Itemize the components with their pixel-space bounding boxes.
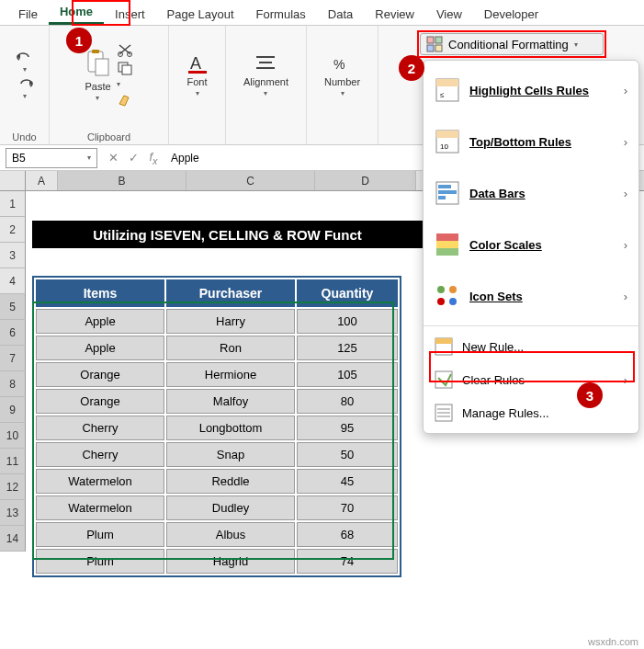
- cell[interactable]: 100: [297, 309, 398, 334]
- tab-page-layout[interactable]: Page Layout: [156, 4, 245, 25]
- col-header-a[interactable]: A: [26, 171, 58, 190]
- data-table: Items Purchaser Quantity AppleHarry100 A…: [32, 276, 401, 577]
- header-items[interactable]: Items: [36, 279, 164, 307]
- tab-home[interactable]: Home: [49, 1, 104, 25]
- row-header[interactable]: 10: [0, 423, 26, 449]
- cell[interactable]: Dudley: [166, 495, 295, 520]
- cell[interactable]: 68: [297, 522, 398, 547]
- font-group-button[interactable]: A Font▾: [186, 52, 209, 97]
- tab-formulas[interactable]: Formulas: [245, 4, 317, 25]
- header-purchaser[interactable]: Purchaser: [166, 279, 295, 307]
- cancel-formula-button[interactable]: ✕: [103, 151, 123, 165]
- col-header-c[interactable]: C: [186, 171, 315, 190]
- row-header[interactable]: 11: [0, 449, 26, 474]
- conditional-formatting-icon: [426, 36, 443, 52]
- menu-label: Top/Bottom Rules: [469, 135, 571, 149]
- menu-manage-rules[interactable]: Manage Rules...: [424, 396, 638, 429]
- select-all-corner[interactable]: [0, 171, 26, 190]
- row-header[interactable]: 12: [0, 474, 26, 500]
- menu-label: Highlight Cells Rules: [469, 84, 589, 97]
- cell[interactable]: Apple: [36, 309, 164, 334]
- tab-insert[interactable]: Insert: [104, 4, 156, 25]
- row-header[interactable]: 5: [0, 294, 26, 320]
- cell[interactable]: Snap: [166, 442, 295, 467]
- cell[interactable]: Malfoy: [166, 389, 295, 414]
- tab-data[interactable]: Data: [317, 4, 364, 25]
- number-group-button[interactable]: % Number▾: [324, 52, 360, 97]
- cell[interactable]: Ron: [166, 336, 295, 360]
- cell[interactable]: 45: [297, 469, 398, 494]
- svg-rect-36: [435, 371, 452, 388]
- fx-button[interactable]: fx: [143, 150, 164, 166]
- tab-review[interactable]: Review: [364, 4, 425, 25]
- row-header[interactable]: 13: [0, 500, 26, 526]
- cell[interactable]: 74: [297, 549, 398, 574]
- menu-data-bars[interactable]: Data Bars ›: [424, 167, 638, 219]
- cell[interactable]: Harry: [166, 309, 295, 334]
- menu-top-bottom[interactable]: 10 Top/Bottom Rules ›: [424, 116, 638, 167]
- cell[interactable]: Watermelon: [36, 469, 164, 494]
- top-bottom-icon: 10: [435, 129, 460, 154]
- cell[interactable]: 50: [297, 442, 398, 467]
- redo-button[interactable]: ▾: [16, 77, 34, 100]
- row-header[interactable]: 9: [0, 397, 26, 423]
- row-header[interactable]: 3: [0, 243, 26, 268]
- tab-view[interactable]: View: [425, 4, 473, 25]
- icon-sets-icon: [435, 283, 460, 309]
- cell[interactable]: Plum: [36, 549, 164, 574]
- table-row: CherrySnap50: [36, 442, 398, 467]
- menu-clear-rules[interactable]: Clear Rules ›: [424, 363, 638, 396]
- paste-button[interactable]: Paste▾: [85, 48, 110, 102]
- table-row: PlumHagrid74: [36, 549, 398, 574]
- cell[interactable]: Plum: [36, 522, 164, 547]
- svg-text:10: 10: [440, 142, 448, 151]
- row-header[interactable]: 14: [0, 526, 26, 552]
- svg-rect-18: [436, 79, 458, 86]
- menu-icon-sets[interactable]: Icon Sets ›: [424, 270, 638, 322]
- cell[interactable]: Albus: [166, 522, 295, 547]
- cut-button[interactable]: [117, 42, 133, 57]
- conditional-formatting-button[interactable]: Conditional Formatting ▾: [420, 33, 604, 55]
- enter-formula-button[interactable]: ✓: [123, 151, 143, 165]
- row-header[interactable]: 6: [0, 320, 26, 346]
- cell[interactable]: 95: [297, 416, 398, 440]
- cell[interactable]: 105: [297, 362, 398, 387]
- tab-file[interactable]: File: [7, 4, 49, 25]
- copy-button[interactable]: ▾: [117, 61, 133, 89]
- svg-rect-26: [438, 196, 446, 199]
- menu-label: Color Scales: [469, 238, 542, 252]
- menu-new-rule[interactable]: New Rule...: [424, 330, 638, 363]
- row-header[interactable]: 1: [0, 191, 26, 217]
- row-header[interactable]: 8: [0, 371, 26, 397]
- format-painter-button[interactable]: [117, 93, 133, 108]
- cell[interactable]: Hermione: [166, 362, 295, 387]
- row-header[interactable]: 7: [0, 346, 26, 371]
- menu-color-scales[interactable]: Color Scales ›: [424, 219, 638, 270]
- col-header-d[interactable]: D: [315, 171, 416, 190]
- col-header-b[interactable]: B: [58, 171, 186, 190]
- undo-button[interactable]: ▾: [16, 51, 34, 74]
- svg-rect-6: [122, 65, 131, 74]
- row-header[interactable]: 4: [0, 268, 26, 294]
- row-header[interactable]: 2: [0, 217, 26, 243]
- cell[interactable]: Cherry: [36, 442, 164, 467]
- cell[interactable]: Orange: [36, 362, 164, 387]
- cell[interactable]: Longbottom: [166, 416, 295, 440]
- cell[interactable]: Apple: [36, 336, 164, 360]
- tab-developer[interactable]: Developer: [473, 4, 549, 25]
- header-quantity[interactable]: Quantity: [297, 279, 398, 307]
- name-box[interactable]: B5▾: [6, 148, 97, 168]
- cell[interactable]: Watermelon: [36, 495, 164, 520]
- cell[interactable]: Hagrid: [166, 549, 295, 574]
- title-banner: Utilizing ISEVEN, CELLING & ROW Funct: [32, 221, 423, 248]
- menu-highlight-cells[interactable]: ≤ Highlight Cells Rules ›: [424, 64, 638, 116]
- cell[interactable]: 125: [297, 336, 398, 360]
- cell[interactable]: Orange: [36, 389, 164, 414]
- cell[interactable]: Cherry: [36, 416, 164, 440]
- alignment-group-button[interactable]: Alignment▾: [243, 52, 288, 97]
- cell[interactable]: 70: [297, 495, 398, 520]
- cell[interactable]: 80: [297, 389, 398, 414]
- paste-label: Paste: [85, 81, 110, 92]
- cell[interactable]: Reddle: [166, 469, 295, 494]
- menu-bar: File Home Insert Page Layout Formulas Da…: [0, 0, 644, 26]
